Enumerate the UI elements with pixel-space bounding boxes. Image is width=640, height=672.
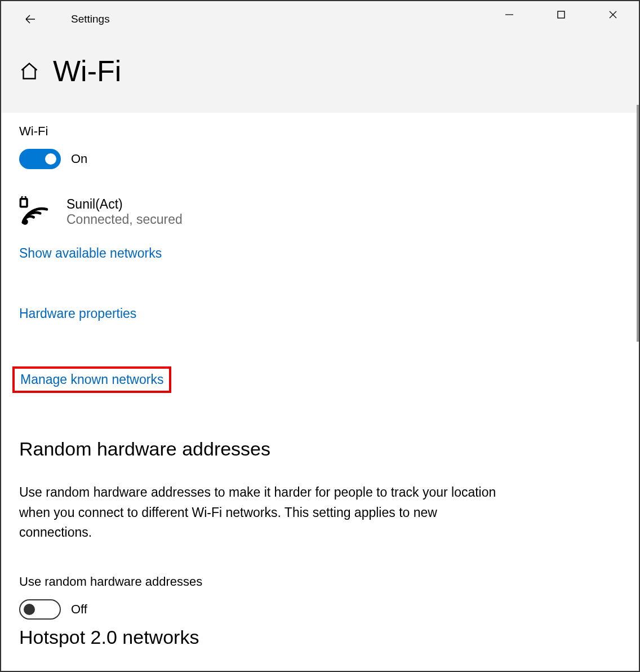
network-info: Sunil(Act) Connected, secured xyxy=(66,197,183,227)
svg-rect-1 xyxy=(558,11,565,18)
toggle-knob xyxy=(45,153,56,165)
maximize-icon xyxy=(557,10,566,19)
hotspot-heading-cutoff: Hotspot 2.0 networks xyxy=(19,626,199,647)
back-arrow-icon xyxy=(24,12,37,26)
page-title: Wi-Fi xyxy=(53,54,121,88)
random-hw-toggle-state: Off xyxy=(71,602,87,617)
minimize-button[interactable] xyxy=(483,1,535,28)
page-header: Wi-Fi xyxy=(1,37,639,113)
svg-rect-4 xyxy=(20,199,27,207)
random-hw-toggle-row: Off xyxy=(19,599,621,620)
highlight-annotation: Manage known networks xyxy=(12,366,171,393)
random-hw-toggle-label: Use random hardware addresses xyxy=(19,574,621,589)
wifi-toggle-state: On xyxy=(71,152,87,166)
titlebar: Settings xyxy=(1,1,639,37)
wifi-secured-icon xyxy=(19,196,51,228)
scrollbar[interactable] xyxy=(637,105,639,342)
wifi-toggle-row: On xyxy=(19,149,621,169)
content-area: Wi-Fi On Sunil(Act) Connected, secured S… xyxy=(1,113,639,647)
current-network[interactable]: Sunil(Act) Connected, secured xyxy=(19,196,621,228)
svg-point-5 xyxy=(23,220,27,224)
random-hw-heading: Random hardware addresses xyxy=(19,438,621,460)
maximize-button[interactable] xyxy=(535,1,587,28)
show-available-networks-link[interactable]: Show available networks xyxy=(19,246,162,261)
toggle-knob xyxy=(24,604,35,615)
window-controls xyxy=(483,1,639,28)
back-button[interactable] xyxy=(17,6,44,33)
close-button[interactable] xyxy=(587,1,639,28)
wifi-section-label: Wi-Fi xyxy=(19,124,621,139)
hardware-properties-link[interactable]: Hardware properties xyxy=(19,306,136,321)
minimize-icon xyxy=(505,10,514,19)
close-icon xyxy=(608,10,617,19)
random-hw-description: Use random hardware addresses to make it… xyxy=(19,483,498,543)
network-status: Connected, secured xyxy=(66,212,183,227)
home-icon[interactable] xyxy=(19,61,39,81)
random-hw-toggle[interactable] xyxy=(19,599,61,620)
window-title: Settings xyxy=(71,13,110,25)
manage-known-networks-link[interactable]: Manage known networks xyxy=(20,372,163,387)
network-name: Sunil(Act) xyxy=(66,197,183,212)
wifi-toggle[interactable] xyxy=(19,149,61,169)
